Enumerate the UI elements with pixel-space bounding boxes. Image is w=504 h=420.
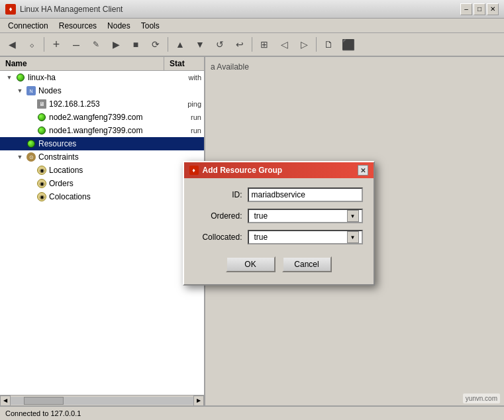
menu-tools[interactable]: Tools xyxy=(136,20,165,32)
toolbar: ◀ ⬦ + – ✎ ▶ ■ ⟳ ▲ ▼ ↺ ↩ ⊞ ◁ ▷ 🗋 ⬛ xyxy=(0,33,504,57)
menu-nodes[interactable]: Nodes xyxy=(102,20,136,32)
collocated-dropdown-arrow[interactable]: ▼ xyxy=(347,231,359,243)
network-icon: 🖥 xyxy=(36,99,47,109)
tree-node-locations[interactable]: ◉ Locations xyxy=(0,164,204,177)
constraints-label: Constraints xyxy=(38,152,79,162)
menu-connection[interactable]: Connection xyxy=(3,20,54,32)
expand-node2 xyxy=(26,113,34,121)
status-text: Connected to 127.0.0.1 xyxy=(5,409,81,417)
colocations-icon: ◉ xyxy=(36,191,47,202)
tree-node-ip[interactable]: 🖥 192.168.1.253 ping xyxy=(0,97,204,111)
back-button[interactable]: ◀ xyxy=(3,35,21,54)
tree-node-node1[interactable]: node1.wangfeng7399.com run xyxy=(0,124,204,137)
title-bar-controls: – □ ✕ xyxy=(460,3,499,15)
collocated-select[interactable]: true ▼ xyxy=(248,230,363,244)
right-panel-content: a Available xyxy=(211,62,249,72)
toolbar-sep-1 xyxy=(44,37,44,52)
tree-node-orders[interactable]: ◉ Orders xyxy=(0,177,204,190)
form-row-id: ID: xyxy=(195,187,363,202)
expand-ip xyxy=(26,100,34,108)
scroll-left[interactable]: ◀ xyxy=(0,395,11,406)
forward-button[interactable]: ⬦ xyxy=(23,35,41,54)
edit-button[interactable]: ✎ xyxy=(87,35,105,54)
linux-ha-status: with xyxy=(188,74,204,81)
linux-ha-icon xyxy=(15,72,26,83)
horizontal-scrollbar[interactable]: ◀ ▶ xyxy=(0,395,204,405)
ok-button[interactable]: OK xyxy=(226,256,276,272)
node1-label: node1.wangfeng7399.com xyxy=(49,126,142,135)
exit-button[interactable]: ⬛ xyxy=(339,35,358,54)
resources-icon xyxy=(26,138,36,149)
expand-resources xyxy=(16,140,24,148)
add-resource-group-dialog: ♦ Add Resource Group ✕ ID: Ordered: true… xyxy=(183,161,375,286)
id-label: ID: xyxy=(195,190,248,199)
tree-header: Name Stat xyxy=(0,57,204,71)
add-button[interactable]: + xyxy=(47,35,66,54)
next-page-button[interactable]: ▷ xyxy=(295,35,313,54)
dialog-body: ID: Ordered: true ▼ Collocated: true ▼ xyxy=(184,178,374,284)
tree-node-linux-ha[interactable]: ▼ linux-ha with xyxy=(0,71,204,84)
scroll-right[interactable]: ▶ xyxy=(193,395,204,406)
move-up-button[interactable]: ▲ xyxy=(171,35,189,54)
expand-node1 xyxy=(26,127,34,134)
cancel-button[interactable]: Cancel xyxy=(282,256,332,272)
ordered-select[interactable]: true ▼ xyxy=(248,209,363,223)
menu-resources[interactable]: Resources xyxy=(54,20,102,32)
window-title: Linux HA Management Client xyxy=(20,5,123,14)
scroll-thumb[interactable] xyxy=(24,397,64,405)
tree-node-constraints[interactable]: ▼ ⊙ Constraints xyxy=(0,150,204,164)
close-button[interactable]: ✕ xyxy=(487,3,499,15)
maximize-button[interactable]: □ xyxy=(474,3,485,15)
col-status: Stat xyxy=(164,57,204,70)
expand-locations xyxy=(26,166,34,174)
start-button[interactable]: ▶ xyxy=(107,35,125,54)
reset-button[interactable]: ↺ xyxy=(211,35,229,54)
prev-page-button[interactable]: ◁ xyxy=(275,35,293,54)
ip-status: ping xyxy=(187,100,204,108)
nodes-label: Nodes xyxy=(38,86,62,95)
undo-button[interactable]: ↩ xyxy=(230,35,249,54)
document-button[interactable]: 🗋 xyxy=(319,35,338,54)
stop-button[interactable]: ■ xyxy=(126,35,145,54)
move-down-button[interactable]: ▼ xyxy=(191,35,209,54)
remove-button[interactable]: – xyxy=(67,35,85,54)
form-row-collocated: Collocated: true ▼ xyxy=(195,230,363,244)
toolbar-sep-2 xyxy=(168,37,168,52)
title-bar: ♦ Linux HA Management Client – □ ✕ xyxy=(0,0,504,19)
expand-orders xyxy=(26,180,34,187)
form-row-ordered: Ordered: true ▼ xyxy=(195,209,363,223)
expand-nodes[interactable]: ▼ xyxy=(16,87,24,95)
tree-node-node2[interactable]: node2.wangfeng7399.com run xyxy=(0,111,204,124)
ordered-label: Ordered: xyxy=(195,211,248,221)
tree-node-nodes[interactable]: ▼ N Nodes xyxy=(0,84,204,97)
orders-label: Orders xyxy=(49,179,74,188)
menu-bar: Connection Resources Nodes Tools xyxy=(0,19,504,33)
id-input[interactable] xyxy=(248,187,363,202)
dialog-close-button[interactable]: ✕ xyxy=(358,165,368,176)
col-name: Name xyxy=(0,57,164,70)
constraints-icon: ⊙ xyxy=(26,152,36,162)
title-bar-left: ♦ Linux HA Management Client xyxy=(5,4,123,15)
minimize-button[interactable]: – xyxy=(460,3,472,15)
node2-label: node2.wangfeng7399.com xyxy=(49,113,142,122)
dialog-buttons: OK Cancel xyxy=(195,251,363,275)
ordered-dropdown-arrow[interactable]: ▼ xyxy=(347,210,359,222)
locations-label: Locations xyxy=(49,166,83,175)
tree-node-colocations[interactable]: ◉ Colocations xyxy=(0,190,204,203)
tree-node-resources[interactable]: Resources xyxy=(0,137,204,150)
app-icon: ♦ xyxy=(5,4,16,15)
status-bar: Connected to 127.0.0.1 xyxy=(0,405,504,420)
dialog-icon: ♦ xyxy=(189,166,199,175)
ordered-value: true xyxy=(252,211,347,221)
ip-label: 192.168.1.253 xyxy=(49,99,100,109)
expand-linux-ha[interactable]: ▼ xyxy=(5,74,13,81)
left-panel: Name Stat ▼ linux-ha with ▼ N Nodes xyxy=(0,57,205,405)
page-button[interactable]: ⊞ xyxy=(255,35,274,54)
toolbar-sep-4 xyxy=(316,37,317,52)
expand-constraints[interactable]: ▼ xyxy=(16,153,24,161)
dialog-title: Add Resource Group xyxy=(203,166,283,175)
linux-ha-label: linux-ha xyxy=(28,73,56,82)
node1-status: run xyxy=(191,127,204,134)
refresh-button[interactable]: ⟳ xyxy=(146,35,165,54)
orders-icon: ◉ xyxy=(36,178,47,189)
